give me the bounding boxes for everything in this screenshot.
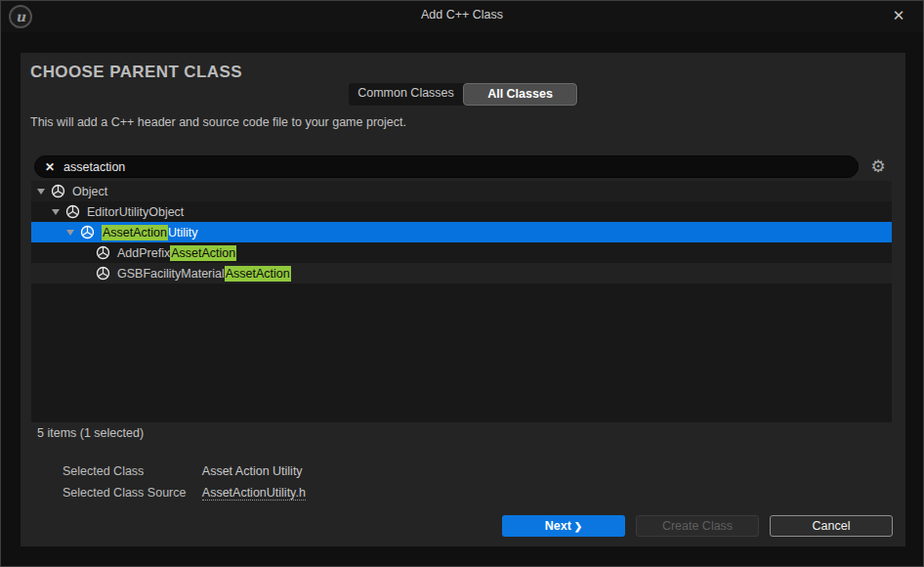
tree-row-label: Object [72, 185, 107, 198]
next-button-label: Next [545, 519, 571, 533]
selected-class-source-row: Selected Class Source AssetActionUtility… [63, 486, 306, 502]
status-text: 5 items (1 selected) [37, 426, 144, 440]
tree-row-gsbfacilitymaterialassetaction[interactable]: GSBFacilityMaterialAssetAction [31, 263, 892, 284]
tree-row-addprefixassetaction[interactable]: AddPrefixAssetAction [31, 242, 892, 263]
chevron-right-icon: ❯ [574, 521, 582, 532]
selected-class-source-label: Selected Class Source [63, 486, 199, 500]
class-icon [65, 204, 80, 219]
search-input[interactable]: ✕ assetaction [34, 155, 859, 178]
selected-class-value: Asset Action Utility [202, 464, 303, 478]
settings-gear-icon[interactable]: ⚙ [867, 153, 889, 179]
tree-row-label: EditorUtilityObject [87, 205, 184, 219]
tree-row-label: GSBFacilityMaterial [117, 267, 225, 281]
description-text: This will add a C++ header and source co… [30, 115, 406, 129]
window-title: Add C++ Class [1, 8, 923, 22]
main-panel: CHOOSE PARENT CLASS Common Classes All C… [21, 53, 905, 546]
class-tree: Object EditorUtilityObject AssetActionUt… [31, 181, 892, 422]
tree-row-label: AddPrefix [117, 246, 170, 260]
match-highlight: AssetAction [170, 245, 236, 261]
chevron-down-icon[interactable] [66, 230, 74, 236]
tree-row-object[interactable]: Object [31, 181, 892, 201]
add-cpp-class-dialog: u Add C++ Class ✕ CHOOSE PARENT CLASS Co… [0, 0, 924, 567]
selected-class-source-link[interactable]: AssetActionUtility.h [202, 486, 306, 501]
tab-all-classes[interactable]: All Classes [463, 83, 577, 106]
selected-class-label: Selected Class [63, 464, 199, 478]
cancel-button[interactable]: Cancel [770, 515, 893, 537]
create-class-button[interactable]: Create Class [636, 515, 759, 537]
clear-search-icon[interactable]: ✕ [45, 161, 55, 173]
chevron-down-icon[interactable] [37, 189, 45, 195]
chevron-down-icon[interactable] [52, 209, 60, 215]
match-highlight: AssetAction [102, 225, 168, 240]
create-class-button-label: Create Class [662, 519, 733, 533]
class-icon [80, 225, 95, 240]
tree-row-editorutilityobject[interactable]: EditorUtilityObject [31, 201, 892, 222]
search-value: assetaction [63, 160, 125, 174]
title-bar: u Add C++ Class ✕ [1, 1, 923, 32]
class-icon [96, 245, 110, 260]
class-tabs: Common Classes All Classes [349, 83, 578, 106]
next-button[interactable]: Next❯ [502, 515, 625, 537]
tree-row-label-suffix: Utility [168, 226, 198, 240]
selected-class-row: Selected Class Asset Action Utility [63, 464, 303, 480]
page-title: CHOOSE PARENT CLASS [30, 63, 242, 82]
class-icon [96, 266, 110, 281]
tree-row-assetactionutility-selected[interactable]: AssetActionUtility [31, 222, 892, 242]
class-icon [51, 184, 65, 198]
cancel-button-label: Cancel [813, 519, 851, 533]
tab-common-classes[interactable]: Common Classes [349, 83, 463, 106]
match-highlight: AssetAction [225, 266, 291, 282]
close-icon[interactable]: ✕ [888, 5, 909, 26]
